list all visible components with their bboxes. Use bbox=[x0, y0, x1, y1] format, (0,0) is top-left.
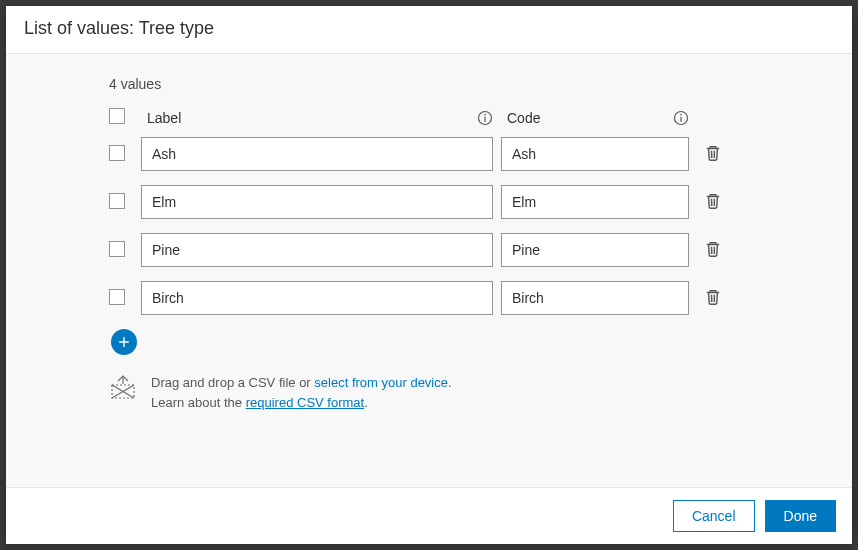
dialog-title: List of values: Tree type bbox=[24, 18, 834, 39]
dialog-footer: Cancel Done bbox=[6, 487, 852, 544]
svg-point-5 bbox=[680, 113, 682, 115]
svg-point-2 bbox=[484, 113, 486, 115]
code-column-title: Code bbox=[501, 110, 540, 126]
value-row bbox=[109, 185, 749, 219]
row-checkbox[interactable] bbox=[109, 145, 125, 161]
select-all-checkbox[interactable] bbox=[109, 108, 125, 124]
csv-upload-section: Drag and drop a CSV file or select from … bbox=[109, 373, 749, 413]
label-input[interactable] bbox=[141, 185, 493, 219]
list-of-values-dialog: List of values: Tree type 4 values Label bbox=[6, 6, 852, 544]
add-value-button[interactable] bbox=[111, 329, 137, 355]
row-checkbox[interactable] bbox=[109, 289, 125, 305]
row-checkbox[interactable] bbox=[109, 193, 125, 209]
delete-row-button[interactable] bbox=[703, 287, 723, 307]
delete-row-button[interactable] bbox=[703, 191, 723, 211]
delete-row-button[interactable] bbox=[703, 239, 723, 259]
select-from-device-link[interactable]: select from your device bbox=[314, 375, 448, 390]
column-header-row: Label Code bbox=[109, 108, 749, 127]
code-input[interactable] bbox=[501, 281, 689, 315]
label-input[interactable] bbox=[141, 281, 493, 315]
info-icon[interactable] bbox=[477, 110, 493, 126]
row-checkbox[interactable] bbox=[109, 241, 125, 257]
done-button[interactable]: Done bbox=[765, 500, 836, 532]
label-input[interactable] bbox=[141, 137, 493, 171]
csv-upload-icon bbox=[109, 373, 137, 401]
cancel-button[interactable]: Cancel bbox=[673, 500, 755, 532]
dialog-body: 4 values Label bbox=[6, 54, 852, 487]
values-count: 4 values bbox=[109, 76, 749, 92]
info-icon[interactable] bbox=[673, 110, 689, 126]
label-column-title: Label bbox=[141, 110, 181, 126]
value-row bbox=[109, 233, 749, 267]
value-row bbox=[109, 137, 749, 171]
code-input[interactable] bbox=[501, 185, 689, 219]
csv-help-text: Drag and drop a CSV file or select from … bbox=[151, 373, 452, 413]
code-input[interactable] bbox=[501, 137, 689, 171]
code-input[interactable] bbox=[501, 233, 689, 267]
label-input[interactable] bbox=[141, 233, 493, 267]
csv-format-link[interactable]: required CSV format bbox=[246, 395, 365, 410]
delete-row-button[interactable] bbox=[703, 143, 723, 163]
value-row bbox=[109, 281, 749, 315]
dialog-header: List of values: Tree type bbox=[6, 6, 852, 54]
